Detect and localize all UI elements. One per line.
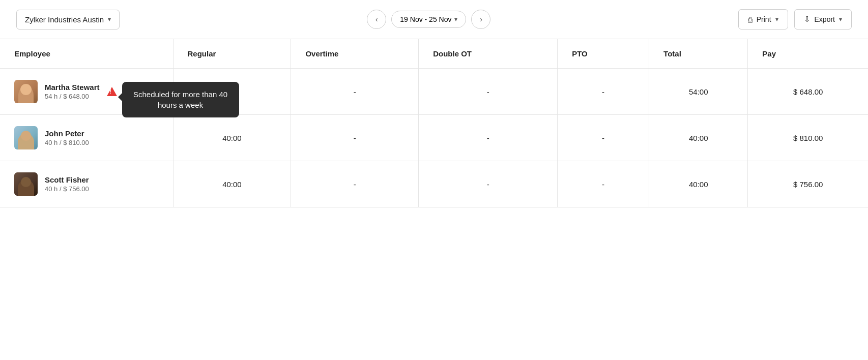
action-buttons: ⎙ Print ▾ ⇩ Export ▾ — [738, 9, 852, 29]
table-container: Employee Regular Overtime Double OT PTO … — [0, 39, 868, 207]
pto-martha: - — [558, 69, 649, 115]
col-total: Total — [649, 39, 748, 69]
pto-john: - — [558, 115, 649, 161]
date-range-selector[interactable]: 19 Nov - 25 Nov ▾ — [391, 11, 466, 28]
avatar-scott — [14, 172, 38, 196]
export-label: Export — [815, 15, 835, 23]
date-range-label: 19 Nov - 25 Nov — [400, 15, 451, 23]
company-selector[interactable]: Zylker Industries Austin ▾ — [16, 10, 120, 29]
warning-container-martha: Scheduled for more than 40 hours a week — [107, 87, 117, 96]
employee-info-martha: Martha Stewart 54 h / $ 648.00 — [45, 83, 100, 100]
company-name: Zylker Industries Austin — [25, 15, 104, 24]
employee-info-scott: Scott Fisher 40 h / $ 756.00 — [45, 175, 89, 193]
overtime-value-john: - — [354, 134, 356, 142]
employee-sub-john: 40 h / $ 810.00 — [45, 139, 89, 146]
double-ot-value-scott: - — [487, 180, 489, 189]
date-range-chevron-icon: ▾ — [454, 16, 457, 23]
employee-sub-martha: 54 h / $ 648.00 — [45, 93, 100, 100]
overtime-value-scott: - — [354, 180, 356, 189]
print-chevron-icon: ▾ — [775, 16, 778, 23]
double-ot-martha: - — [419, 69, 558, 115]
print-icon: ⎙ — [748, 15, 753, 24]
total-value-john: 40:00 — [689, 134, 708, 142]
avatar-john — [14, 126, 38, 149]
warning-triangle-icon — [107, 87, 117, 96]
employee-info-john: John Peter 40 h / $ 810.00 — [45, 129, 89, 146]
export-button[interactable]: ⇩ Export ▾ — [794, 9, 852, 29]
pto-value-john: - — [602, 134, 604, 142]
print-button[interactable]: ⎙ Print ▾ — [738, 9, 788, 29]
prev-date-button[interactable]: ‹ — [367, 10, 386, 29]
regular-john: 40:00 — [173, 115, 291, 161]
pto-value-martha: - — [602, 87, 604, 96]
pay-john: $ 810.00 — [748, 115, 868, 161]
regular-value-martha: - — [230, 87, 233, 96]
next-date-button[interactable]: › — [471, 10, 490, 29]
regular-value-scott: 40:00 — [222, 180, 242, 189]
table-row: Martha Stewart 54 h / $ 648.00 Scheduled… — [0, 69, 868, 115]
overtime-john: - — [291, 115, 419, 161]
total-scott: 40:00 — [649, 161, 748, 207]
double-ot-scott: - — [419, 161, 558, 207]
regular-martha: - — [173, 69, 291, 115]
employee-name-martha: Martha Stewart — [45, 83, 100, 92]
payroll-table: Employee Regular Overtime Double OT PTO … — [0, 39, 868, 207]
total-value-martha: 54:00 — [689, 87, 708, 96]
double-ot-value-martha: - — [487, 87, 489, 96]
regular-value-john: 40:00 — [222, 134, 242, 142]
overtime-martha: - — [291, 69, 419, 115]
company-chevron-icon: ▾ — [108, 16, 111, 23]
total-john: 40:00 — [649, 115, 748, 161]
pay-value-scott: $ 756.00 — [793, 180, 823, 189]
total-value-scott: 40:00 — [689, 180, 708, 189]
pto-scott: - — [558, 161, 649, 207]
double-ot-value-john: - — [487, 134, 489, 142]
table-row: Scott Fisher 40 h / $ 756.00 40:00 - - -… — [0, 161, 868, 207]
col-overtime: Overtime — [291, 39, 419, 69]
pay-scott: $ 756.00 — [748, 161, 868, 207]
header: Zylker Industries Austin ▾ ‹ 19 Nov - 25… — [0, 0, 868, 39]
overtime-scott: - — [291, 161, 419, 207]
employee-cell-martha: Martha Stewart 54 h / $ 648.00 Scheduled… — [0, 69, 173, 115]
table-header-row: Employee Regular Overtime Double OT PTO … — [0, 39, 868, 69]
pay-value-john: $ 810.00 — [793, 134, 823, 142]
export-icon: ⇩ — [804, 15, 811, 24]
pay-martha: $ 648.00 — [748, 69, 868, 115]
pto-value-scott: - — [602, 180, 604, 189]
employee-cell-john: John Peter 40 h / $ 810.00 — [0, 115, 173, 161]
employee-cell-scott: Scott Fisher 40 h / $ 756.00 — [0, 161, 173, 207]
pay-value-martha: $ 648.00 — [793, 87, 823, 96]
col-pto: PTO — [558, 39, 649, 69]
table-row: John Peter 40 h / $ 810.00 40:00 - - - 4… — [0, 115, 868, 161]
print-label: Print — [757, 15, 771, 23]
employee-name-scott: Scott Fisher — [45, 175, 89, 184]
employee-name-john: John Peter — [45, 129, 89, 138]
total-martha: 54:00 — [649, 69, 748, 115]
col-regular: Regular — [173, 39, 291, 69]
double-ot-john: - — [419, 115, 558, 161]
regular-scott: 40:00 — [173, 161, 291, 207]
warning-icon-martha[interactable] — [107, 87, 117, 96]
col-pay: Pay — [748, 39, 868, 69]
avatar-martha — [14, 80, 38, 103]
export-chevron-icon: ▾ — [839, 16, 842, 23]
col-employee: Employee — [0, 39, 173, 69]
employee-sub-scott: 40 h / $ 756.00 — [45, 185, 89, 193]
overtime-value-martha: - — [354, 87, 356, 96]
date-nav: ‹ 19 Nov - 25 Nov ▾ › — [367, 10, 490, 29]
col-double-ot: Double OT — [419, 39, 558, 69]
